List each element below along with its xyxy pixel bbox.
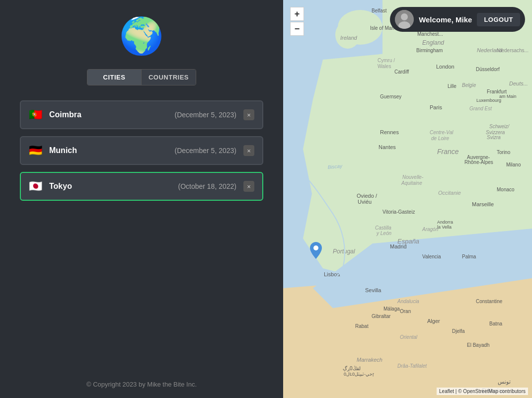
city-name-tokyo: Tokyo [49,182,178,191]
svg-text:Sevilla: Sevilla [365,287,381,293]
map-attribution: Leaflet | © OpenStreetMap contributors [437,388,528,395]
svg-text:Aquitaine: Aquitaine [401,180,422,186]
city-list: 🇵🇹 Coimbra (December 5, 2023) × 🇩🇪 Munic… [20,100,263,201]
city-date-munich: (December 5, 2023) [174,147,236,155]
svg-text:Castilla: Castilla [375,225,391,231]
remove-munich-button[interactable]: × [243,145,254,156]
remove-coimbra-button[interactable]: × [243,109,254,120]
zoom-in-button[interactable]: + [290,7,304,21]
map-container[interactable]: France España Portugal Sevilla Lisboa Ma… [283,0,532,398]
svg-text:Milano: Milano [506,162,521,167]
svg-text:Alger: Alger [427,318,440,324]
svg-text:Belgïe: Belgïe [462,82,476,88]
globe-icon: 🌍 [119,15,164,57]
svg-text:Manchest...: Manchest... [417,31,443,37]
city-item-munich[interactable]: 🇩🇪 Munich (December 5, 2023) × [20,136,263,165]
svg-point-82 [401,13,408,20]
svg-text:Paris: Paris [430,104,443,110]
svg-point-80 [313,245,318,250]
svg-text:Rennes: Rennes [380,129,399,135]
copyright: © Copyright 2023 by Mike the Bite Inc. [86,381,197,388]
svg-text:Belfast: Belfast [372,8,387,13]
svg-text:Cardiff: Cardiff [394,69,409,75]
svg-text:Lisboa: Lisboa [324,271,340,277]
svg-text:Portugal: Portugal [333,248,355,255]
svg-text:Andalucia: Andalucia [397,299,419,304]
svg-text:Constantine: Constantine [476,299,503,304]
svg-text:Uviéu: Uviéu [358,199,372,205]
svg-text:Deuts...: Deuts... [509,80,528,86]
svg-text:El Bayadh: El Bayadh [467,342,490,348]
svg-text:Aragón: Aragón [422,227,439,232]
svg-text:Niedersachs...: Niedersachs... [497,48,529,53]
svg-text:Grand Est: Grand Est [469,106,492,111]
svg-text:Batna: Batna [489,321,503,326]
city-date-coimbra: (December 5, 2023) [174,111,236,119]
tab-cities[interactable]: CITIES [87,70,142,85]
tab-countries[interactable]: COUNTRIES [142,70,196,85]
city-item-tokyo[interactable]: 🇯🇵 Tokyo (October 18, 2022) × [20,172,263,201]
svg-text:y León: y León [376,231,391,236]
map-pin-coimbra [310,242,322,261]
svg-text:Nouvelle-: Nouvelle- [402,174,424,180]
svg-text:Málaga: Málaga [383,306,400,312]
city-date-tokyo: (October 18, 2022) [178,182,236,190]
svg-text:Ireland: Ireland [340,35,358,41]
svg-text:Rabat: Rabat [355,323,369,329]
left-panel: 🌍 CITIES COUNTRIES 🇵🇹 Coimbra (December … [0,0,283,398]
svg-text:ل0Ŀ0خي-ٽيڀٽلŗ: ل0Ŀ0خي-ٽيڀٽلŗ [344,372,374,377]
user-header: Welcome, Mike LOGOUT [390,7,525,32]
welcome-text: Welcome, Mike [419,15,472,24]
svg-text:Djelfa: Djelfa [452,328,465,334]
svg-text:Oran: Oran [400,309,411,314]
svg-text:Guernsey: Guernsey [380,94,401,99]
city-item-coimbra[interactable]: 🇵🇹 Coimbra (December 5, 2023) × [20,100,263,129]
svg-text:Gibraltar: Gibraltar [372,314,391,319]
svg-text:Birmingham: Birmingham [416,48,443,53]
svg-text:Svizra: Svizra [487,135,501,140]
svg-text:Torino: Torino [497,150,511,155]
svg-text:Occitanie: Occitanie [438,190,461,196]
avatar [395,10,414,29]
svg-text:Wales: Wales [378,64,391,69]
flag-germany: 🇩🇪 [29,144,42,157]
map-panel: France España Portugal Sevilla Lisboa Ma… [283,0,532,398]
svg-text:Schweiz/: Schweiz/ [489,124,510,129]
map-controls: + − [290,7,304,36]
svg-text:Monaco: Monaco [497,187,515,192]
city-name-munich: Munich [49,146,174,155]
svg-text:England: England [422,39,444,46]
svg-text:Madrid: Madrid [390,243,407,249]
svg-text:Marseille: Marseille [472,201,494,207]
flag-portugal: 🇵🇹 [29,108,42,121]
svg-text:la Vella: la Vella [437,225,452,230]
tab-bar: CITIES COUNTRIES [87,69,196,85]
svg-text:Düsseldorf: Düsseldorf [476,67,500,72]
svg-text:Valencia: Valencia [422,254,441,259]
svg-text:Palma: Palma [462,254,476,259]
svg-text:تونس: تونس [498,379,511,385]
svg-text:Vitoria-Gasteiz: Vitoria-Gasteiz [382,209,415,215]
svg-text:Nantes: Nantes [379,144,396,150]
svg-text:Drâa-Tafilalet: Drâa-Tafilalet [397,363,427,369]
svg-text:London: London [436,64,455,70]
svg-text:Lille: Lille [448,83,456,89]
svg-text:Luxembourg: Luxembourg [476,98,501,103]
svg-text:Rhône-Alpes: Rhône-Alpes [464,159,493,165]
logout-button[interactable]: LOGOUT [477,13,520,26]
svg-text:Marrakech: Marrakech [357,357,382,363]
svg-text:Oriental: Oriental [400,334,418,340]
flag-japan: 🇯🇵 [29,180,42,193]
svg-text:de Loire: de Loire [431,136,450,141]
svg-text:Centre-Val: Centre-Val [430,130,454,135]
city-name-coimbra: Coimbra [49,110,174,119]
zoom-out-button[interactable]: − [290,22,304,36]
map-svg: France España Portugal Sevilla Lisboa Ma… [283,0,532,398]
svg-text:am Main: am Main [499,94,517,99]
svg-text:Andorra: Andorra [437,220,453,225]
svg-text:Isle of Man: Isle of Man [370,25,394,31]
svg-text:Oviedo /: Oviedo / [357,193,378,199]
remove-tokyo-button[interactable]: × [243,181,254,192]
svg-text:France: France [437,148,459,156]
svg-text:Cymru /: Cymru / [378,58,395,63]
